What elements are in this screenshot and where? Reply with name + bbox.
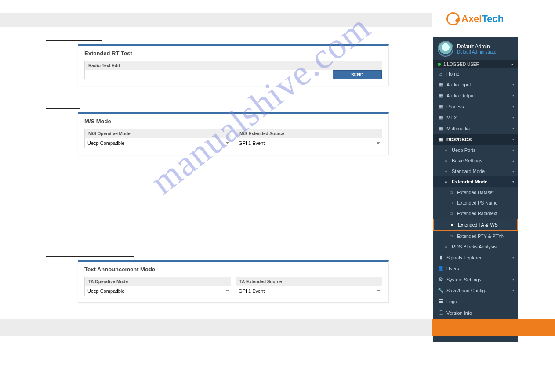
grid-icon: ▦: [438, 93, 444, 98]
caret-down-icon: ▾: [512, 137, 514, 141]
sidebar: Default Admin Default Administrator 1 LO…: [433, 37, 518, 336]
section-divider: [46, 40, 102, 41]
ms-mode-panel: M/S Mode M/S Operative Mode Uecp Compati…: [78, 112, 389, 155]
extended-rt-panel: Extended RT Test Radio Text Edit SEND: [78, 44, 389, 86]
nav-label: System Settings: [446, 277, 481, 282]
panel-title-ms: M/S Mode: [78, 114, 388, 129]
watermark: manualshive.com: [143, 6, 378, 202]
radio-text-label: Radio Text Edit: [85, 61, 382, 70]
ta-op-select[interactable]: Uecp Compatible: [85, 286, 231, 296]
ta-src-select[interactable]: GPI 1 Event: [236, 286, 382, 296]
nav-users[interactable]: 👤Users: [433, 263, 518, 274]
brand-text-2: Tech: [482, 13, 504, 24]
grid-icon: ▦: [438, 82, 444, 87]
nav-ext-ps[interactable]: □Extended PS Name: [433, 198, 518, 208]
nav-label: Save/Load Config.: [446, 288, 486, 293]
caret-left-icon: ◂: [512, 255, 514, 259]
nav-basic[interactable]: ○Basic Settings◂: [433, 155, 518, 166]
logged-user-bar[interactable]: 1 LOGGED USER ▾: [433, 60, 518, 68]
nav-label: Process: [446, 104, 464, 109]
nav-label: MPX: [446, 115, 457, 120]
nav-label: RDS/RBDS: [446, 137, 472, 142]
ms-src-select[interactable]: GPI 1 Event: [236, 138, 382, 148]
user-name: Default Admin: [457, 43, 498, 50]
caret-left-icon: ◂: [512, 104, 514, 108]
nav-label: Users: [446, 266, 459, 271]
caret-left-icon: ◂: [512, 94, 514, 97]
nav-standard[interactable]: ○Standard Mode◂: [433, 166, 518, 176]
nav-label: Extended Mode: [452, 179, 487, 184]
nav-home[interactable]: ⌂Home: [433, 68, 518, 79]
caret-left-icon: ◂: [512, 148, 514, 152]
circle-icon: ○: [443, 148, 449, 152]
nav-audio-output[interactable]: ▦Audio Output◂: [433, 90, 518, 101]
nav-ext-dataset[interactable]: □Extended Dataset: [433, 187, 518, 198]
circle-icon: ○: [443, 169, 449, 173]
status-dot-icon: [438, 63, 441, 66]
nav-uecp[interactable]: ○Uecp Ports◂: [433, 145, 518, 155]
nav-label: Extended TA & M/S: [458, 222, 498, 227]
nav-extended[interactable]: ●Extended Mode▾: [433, 176, 518, 187]
nav-multimedia[interactable]: ▦Multimedia◂: [433, 123, 518, 134]
square-filled-icon: ■: [449, 223, 455, 227]
caret-left-icon: ◂: [512, 126, 514, 130]
square-icon: □: [448, 234, 454, 238]
caret-left-icon: ◂: [512, 277, 514, 281]
circle-icon: ○: [443, 245, 449, 249]
nav-label: Multimedia: [446, 126, 470, 131]
nav-audio-input[interactable]: ▦Audio Input◂: [433, 79, 518, 90]
chevron-down-icon: ▾: [511, 62, 513, 66]
square-icon: □: [448, 201, 454, 205]
caret-down-icon: ▾: [512, 180, 514, 184]
nav-label: Audio Output: [446, 93, 475, 98]
nav-label: Basic Settings: [452, 158, 482, 163]
ms-src-label: M/S Extended Source: [236, 129, 382, 138]
circle-filled-icon: ●: [443, 180, 449, 184]
nav-label: Logs: [446, 299, 457, 304]
list-icon: ☰: [438, 298, 444, 304]
grid-icon: ▦: [438, 126, 444, 131]
caret-left-icon: ◂: [512, 115, 514, 119]
user-icon: 👤: [438, 266, 444, 271]
nav-logs[interactable]: ☰Logs: [433, 296, 518, 307]
nav-ext-ta-ms[interactable]: ■Extended TA & M/S: [433, 219, 518, 231]
nav-label: Extended Radiotext: [457, 211, 497, 216]
caret-left-icon: ◂: [512, 288, 514, 292]
footer-accent: [432, 319, 555, 336]
brand-logo: AxelTech: [446, 12, 504, 25]
logo-icon: [446, 12, 460, 25]
footer: [0, 319, 555, 336]
nav-mpx[interactable]: ▦MPX◂: [433, 112, 518, 123]
ms-op-label: M/S Operative Mode: [85, 129, 231, 138]
send-button[interactable]: SEND: [333, 70, 382, 79]
logged-user-text: 1 LOGGED USER: [443, 62, 479, 67]
nav-blocks[interactable]: ○RDS Blocks Analysis: [433, 241, 518, 252]
user-role[interactable]: Default Administrator: [457, 50, 498, 54]
square-icon: □: [448, 212, 454, 216]
avatar-icon: [438, 41, 453, 57]
nav-label: Home: [446, 71, 459, 76]
nav-version[interactable]: ⓘVersion Info: [433, 307, 518, 319]
nav-ext-radiotext[interactable]: □Extended Radiotext: [433, 208, 518, 219]
grid-icon: ▦: [438, 115, 444, 120]
signal-icon: ▮: [438, 255, 444, 260]
panel-title-ta: Text Announcement Mode: [78, 262, 388, 277]
nav-ext-pty[interactable]: □Extended PTY & PTYN: [433, 231, 518, 241]
user-block: Default Admin Default Administrator: [433, 37, 518, 60]
nav-label: RDS Blocks Analysis: [452, 244, 497, 249]
nav-process[interactable]: ▦Process◂: [433, 101, 518, 112]
grid-icon: ▦: [438, 137, 444, 142]
square-icon: □: [448, 191, 454, 194]
nav-system[interactable]: ⚙System Settings◂: [433, 274, 518, 285]
nav-rds[interactable]: ▦RDS/RBDS▾: [433, 134, 518, 145]
brand-text-1: Axel: [461, 13, 482, 24]
radio-text-input[interactable]: [85, 70, 333, 79]
nav-label: Extended Dataset: [457, 190, 493, 195]
section-divider: [46, 108, 80, 109]
grid-icon: ▦: [438, 104, 444, 109]
nav-saveload[interactable]: 🔧Save/Load Config.◂: [433, 285, 518, 296]
info-icon: ⓘ: [438, 309, 444, 316]
wrench-icon: 🔧: [438, 288, 444, 293]
nav-signals[interactable]: ▮Signals Explorer◂: [433, 252, 518, 263]
ms-op-select[interactable]: Uecp Compatible: [85, 138, 231, 148]
